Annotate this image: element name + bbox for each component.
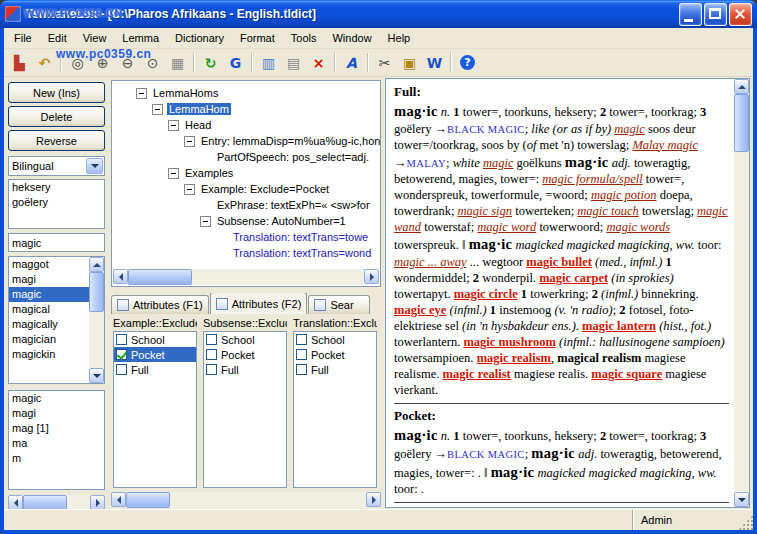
scrollbar-track[interactable] (126, 492, 366, 508)
center-horizontal-scrollbar[interactable] (111, 492, 381, 508)
collapse-icon[interactable] (200, 216, 211, 227)
collapse-icon[interactable] (152, 104, 163, 115)
close-button[interactable] (729, 3, 752, 26)
preview-vertical-scrollbar[interactable] (734, 79, 749, 507)
tree-node-partofspeech[interactable]: PartOfSpeech: pos_select=adj. (112, 149, 380, 165)
checkbox[interactable] (116, 334, 127, 345)
collapse-icon[interactable] (136, 88, 147, 99)
collapse-icon[interactable] (168, 120, 179, 131)
attribute-option-full[interactable]: Full (294, 362, 376, 377)
tree-node-example[interactable]: Example: Exclude=Pocket (112, 181, 380, 197)
help-icon[interactable]: ? (456, 51, 479, 74)
tab-attributes-f1[interactable]: Attributes (F1) (111, 295, 209, 314)
save-icon[interactable]: ▙ (8, 51, 31, 74)
tree-horizontal-scrollbar[interactable] (113, 269, 379, 285)
scroll-right-icon[interactable] (90, 495, 105, 510)
delete-entry-icon[interactable]: ▦ (166, 51, 189, 74)
scroll-down-icon[interactable] (734, 492, 749, 507)
scrollbar-thumb[interactable] (126, 492, 170, 508)
scrollbar-track[interactable] (128, 269, 364, 285)
lock-icon[interactable]: ▣ (398, 51, 421, 74)
minimize-button[interactable] (679, 3, 702, 26)
tree-node-exphrase[interactable]: ExPhrase: textExPh=« <sw>for (112, 197, 380, 213)
checkbox[interactable] (296, 334, 307, 345)
list-item[interactable]: magickin (9, 347, 89, 362)
layout-icon[interactable]: ▤ (282, 51, 305, 74)
tree-node-translation[interactable]: Translation: textTrans=wond (112, 245, 380, 261)
collapse-icon[interactable] (168, 168, 179, 179)
list-item[interactable]: m (9, 451, 104, 466)
scrollbar-thumb[interactable] (89, 272, 104, 312)
attribute-option-pocket[interactable]: Pocket (114, 347, 196, 362)
word-export-icon[interactable]: W (423, 51, 446, 74)
tree-node-translation[interactable]: Translation: textTrans=towe (112, 229, 380, 245)
list-item[interactable]: maggot (9, 257, 89, 272)
refresh-icon[interactable]: ↻ (199, 51, 222, 74)
list-item[interactable]: magic (9, 287, 89, 302)
menu-item-help[interactable]: Help (380, 29, 419, 47)
attribute-option-pocket[interactable]: Pocket (204, 347, 286, 362)
menu-item-format[interactable]: Format (232, 29, 283, 47)
maximize-button[interactable] (704, 3, 727, 26)
new-entry-button[interactable]: New (Ins) (8, 82, 105, 103)
checkbox[interactable] (206, 349, 217, 360)
attribute-option-pocket[interactable]: Pocket (294, 347, 376, 362)
list-item[interactable]: mag [1] (9, 421, 104, 436)
related-words-list[interactable]: hekserygoëlery (8, 179, 105, 229)
checkbox[interactable] (296, 349, 307, 360)
reversal-list[interactable]: magicmagimag [1]mam (8, 390, 105, 490)
menu-item-lemma[interactable]: Lemma (114, 29, 167, 47)
collapse-icon[interactable] (184, 136, 195, 147)
view-mode-combo[interactable]: Bilingual (8, 156, 105, 176)
menu-item-window[interactable]: Window (324, 29, 379, 47)
menu-item-tools[interactable]: Tools (283, 29, 325, 47)
scroll-up-icon[interactable] (89, 257, 104, 272)
menu-item-dictionary[interactable]: Dictionary (167, 29, 232, 47)
collapse-icon[interactable] (184, 184, 195, 195)
checkbox[interactable] (206, 364, 217, 375)
undo-icon[interactable]: ↶ (33, 51, 56, 74)
list-item[interactable]: magically (9, 317, 89, 332)
scrollbar-thumb[interactable] (734, 94, 749, 152)
scroll-right-icon[interactable] (364, 269, 379, 284)
resize-grip[interactable] (738, 515, 753, 530)
attribute-option-full[interactable]: Full (114, 362, 196, 377)
scroll-down-icon[interactable] (89, 368, 104, 383)
scrollbar-thumb[interactable] (128, 269, 192, 285)
scroll-left-icon[interactable] (111, 492, 126, 507)
scroll-left-icon[interactable] (8, 495, 23, 510)
tree-node-lemmahom[interactable]: LemmaHom (112, 101, 380, 117)
checkbox[interactable] (296, 364, 307, 375)
scrollbar-track[interactable] (89, 272, 104, 368)
scrollbar-track[interactable] (734, 94, 749, 492)
tree-node-examples[interactable]: Examples (112, 165, 380, 181)
format-italic-icon[interactable]: A (340, 51, 363, 74)
attribute-option-school[interactable]: School (114, 332, 196, 347)
list-item[interactable]: magical (9, 302, 89, 317)
list-item[interactable]: heksery (9, 180, 104, 195)
lemma-list-scrollbar[interactable] (89, 257, 104, 383)
scroll-up-icon[interactable] (734, 79, 749, 94)
tree-node-head[interactable]: Head (112, 117, 380, 133)
tab-sear[interactable]: Sear (308, 295, 370, 314)
close-red-icon[interactable]: × (307, 51, 330, 74)
reverse-button[interactable]: Reverse (8, 130, 105, 151)
scroll-left-icon[interactable] (113, 269, 128, 284)
checkbox[interactable] (116, 349, 127, 360)
statistics-icon[interactable]: ▥ (257, 51, 280, 74)
checkbox[interactable] (206, 334, 217, 345)
list-item[interactable]: magic (9, 391, 104, 406)
lemma-search-input[interactable] (8, 233, 105, 252)
menu-item-edit[interactable]: Edit (40, 29, 75, 47)
list-item[interactable]: magi (9, 272, 89, 287)
checkbox[interactable] (116, 364, 127, 375)
tree-node-subsense[interactable]: Subsense: AutoNumber=1 (112, 213, 380, 229)
menu-item-file[interactable]: File (6, 29, 40, 47)
list-item[interactable]: ma (9, 436, 104, 451)
scroll-right-icon[interactable] (366, 492, 381, 507)
tree-node-entry[interactable]: Entry: lemmaDisp=m%ua%ug-ic,hon (112, 133, 380, 149)
menu-item-view[interactable]: View (75, 29, 115, 47)
delete-button[interactable]: Delete (8, 106, 105, 127)
attribute-option-school[interactable]: School (294, 332, 376, 347)
attribute-option-school[interactable]: School (204, 332, 286, 347)
